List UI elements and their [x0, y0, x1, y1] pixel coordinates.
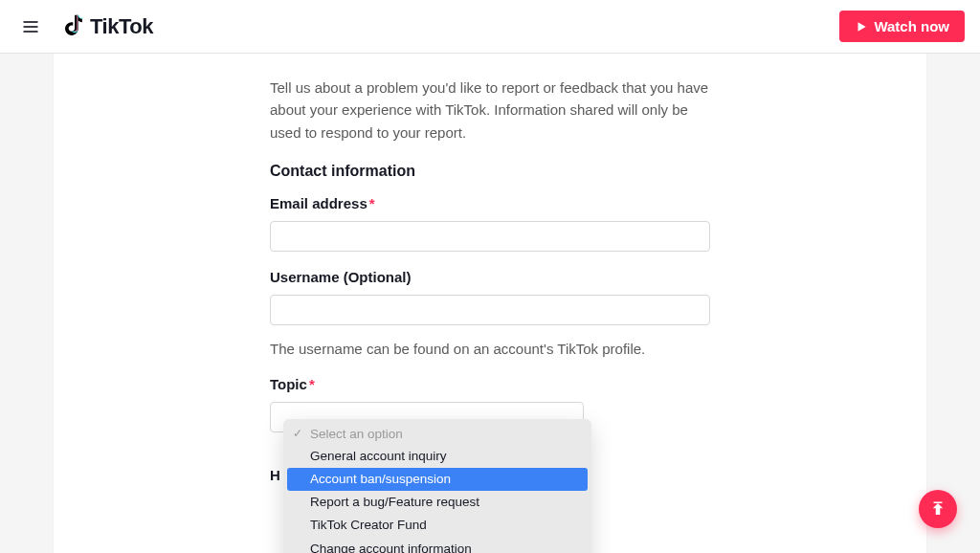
watch-now-label: Watch now [874, 18, 949, 34]
tiktok-note-icon [65, 12, 86, 41]
brand-text: TikTok [90, 14, 153, 39]
arrow-up-icon [929, 500, 947, 518]
scroll-to-top-button[interactable] [919, 490, 957, 528]
email-label: Email address* [270, 195, 710, 211]
required-star: * [369, 195, 375, 211]
email-field[interactable] [270, 221, 710, 252]
topic-option[interactable]: TikTok Creator Fund [287, 514, 588, 537]
hamburger-icon [21, 17, 40, 36]
topic-option[interactable]: General account inquiry [287, 445, 588, 468]
check-icon: ✓ [293, 427, 302, 440]
tiktok-logo[interactable]: TikTok [65, 12, 153, 41]
username-label: Username (Optional) [270, 269, 710, 285]
page-body: Tell us about a problem you'd like to re… [0, 0, 980, 553]
how-help-label-partial: H [270, 467, 280, 483]
svg-rect-3 [934, 502, 943, 504]
watch-now-button[interactable]: Watch now [839, 11, 965, 42]
intro-text: Tell us about a problem you'd like to re… [270, 77, 710, 144]
topic-dropdown: ✓ Select an option General account inqui… [283, 419, 591, 553]
username-hint: The username can be found on an account'… [270, 341, 710, 357]
dropdown-placeholder: ✓ Select an option [287, 423, 588, 445]
topic-option[interactable]: Report a bug/Feature request [287, 491, 588, 514]
topic-option[interactable]: Account ban/suspension [287, 468, 588, 491]
app-header: TikTok Watch now [0, 0, 980, 54]
play-icon [855, 20, 868, 33]
topic-label: Topic* [270, 376, 710, 392]
contact-info-heading: Contact information [270, 163, 710, 180]
form-content: Tell us about a problem you'd like to re… [270, 77, 710, 432]
form-card: Tell us about a problem you'd like to re… [54, 54, 926, 553]
menu-button[interactable] [15, 11, 46, 42]
topic-option[interactable]: Change account information [287, 538, 588, 553]
topic-select-wrapper: ✓ Select an option General account inqui… [270, 402, 584, 432]
required-star: * [309, 376, 315, 392]
username-field[interactable] [270, 295, 710, 325]
